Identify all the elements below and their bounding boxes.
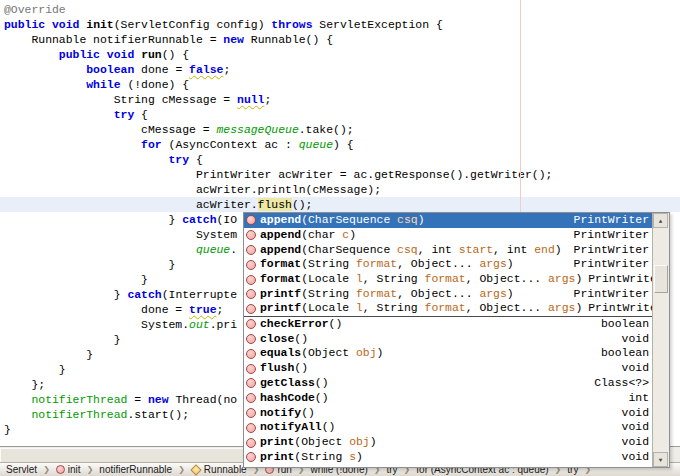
- return-type: PrintWriter: [582, 272, 653, 287]
- completion-item[interactable]: printf(String format, Object... args)Pri…: [244, 287, 653, 302]
- completion-item[interactable]: format(Locale l, String format, Object..…: [244, 272, 653, 287]
- breadcrumb-item[interactable]: notifierRunnable: [96, 464, 175, 475]
- breadcrumb-item[interactable]: Servlet: [3, 464, 40, 475]
- completion-label: printf(Locale l, String format, Object..…: [260, 301, 582, 316]
- return-type: PrintWriter: [568, 213, 649, 228]
- completion-item[interactable]: equals(Object obj)boolean: [244, 346, 653, 361]
- code-token: }: [4, 333, 121, 346]
- completion-item[interactable]: print(Object obj)void: [244, 435, 653, 450]
- code-line[interactable]: acWriter.println(cMessage);: [0, 182, 680, 197]
- code-token: [100, 48, 107, 61]
- code-token: (!done) {: [121, 78, 190, 91]
- code-token: for: [141, 138, 162, 151]
- code-token: boolean: [86, 63, 134, 76]
- code-line[interactable]: public void run() {: [0, 47, 680, 62]
- code-token: @Override: [4, 3, 66, 16]
- method-icon: [246, 408, 256, 418]
- completion-item[interactable]: hashCode()int: [244, 391, 653, 406]
- return-type: void: [616, 435, 649, 450]
- completion-item[interactable]: append(CharSequence csq)PrintWriter: [244, 213, 653, 228]
- code-token: .: [230, 243, 237, 256]
- code-line[interactable]: String cMessage = null;: [0, 92, 680, 107]
- completion-item[interactable]: getClass()Class<?>: [244, 376, 653, 391]
- code-line[interactable]: PrintWriter acWriter = ac.getResponse().…: [0, 167, 680, 182]
- scroll-up-icon[interactable]: ▲: [653, 213, 668, 228]
- code-token: }: [4, 363, 66, 376]
- method-icon: [246, 215, 256, 225]
- completion-label: print(String s): [260, 450, 363, 465]
- code-line[interactable]: Runnable notifierRunnable = new Runnable…: [0, 32, 680, 47]
- code-token: Runnable notifierRunnable =: [4, 33, 223, 46]
- code-token: [45, 18, 52, 31]
- code-token: (IO: [217, 213, 238, 226]
- completion-label: checkError(): [260, 317, 342, 332]
- completion-label: notify(): [260, 406, 315, 421]
- completion-item[interactable]: notifyAll()void: [244, 420, 653, 435]
- scroll-down-icon[interactable]: ▼: [653, 452, 668, 467]
- code-line[interactable]: public void init(ServletConfig config) t…: [0, 17, 680, 32]
- code-line[interactable]: acWriter.flush();: [0, 197, 680, 212]
- completion-item[interactable]: close()void: [244, 332, 653, 347]
- completion-item[interactable]: append(CharSequence csq, int start, int …: [244, 243, 653, 258]
- code-line[interactable]: boolean done = false;: [0, 62, 680, 77]
- completion-list: append(CharSequence csq)PrintWriterappen…: [244, 213, 653, 467]
- return-type: void: [616, 361, 649, 376]
- code-token: Thread(no: [169, 393, 238, 406]
- code-token: .pri: [210, 318, 237, 331]
- code-editor[interactable]: @Overridepublic void init(ServletConfig …: [0, 0, 680, 476]
- code-token: new: [148, 393, 169, 406]
- code-token: [4, 243, 196, 256]
- code-token: init: [86, 18, 113, 31]
- code-token: [4, 48, 59, 61]
- completion-scrollbar[interactable]: ▲ ▼: [652, 213, 669, 467]
- code-token: [4, 63, 86, 76]
- code-token: [4, 138, 141, 151]
- code-token: acWriter.println(cMessage);: [4, 183, 381, 196]
- code-token: {: [189, 153, 203, 166]
- completion-item[interactable]: append(char c)PrintWriter: [244, 228, 653, 243]
- breadcrumb-item[interactable]: Runnable: [188, 464, 250, 475]
- code-token: }: [4, 423, 11, 436]
- completion-item[interactable]: format(String format, Object... args)Pri…: [244, 257, 653, 272]
- code-token: while: [86, 78, 120, 91]
- code-token: [4, 408, 31, 421]
- code-token: out: [189, 318, 210, 331]
- code-token: false: [189, 63, 223, 76]
- code-line[interactable]: while (!done) {: [0, 77, 680, 92]
- code-token: acWriter.: [4, 198, 258, 211]
- code-line[interactable]: @Override: [0, 2, 680, 17]
- code-line[interactable]: cMessage = messageQueue.take();: [0, 122, 680, 137]
- code-token: void: [107, 48, 134, 61]
- completion-label: flush(): [260, 361, 308, 376]
- completion-scrollbar-thumb[interactable]: [654, 265, 668, 293]
- completion-item[interactable]: checkError()boolean: [244, 317, 653, 332]
- code-line[interactable]: try {: [0, 152, 680, 167]
- code-token: }: [4, 258, 175, 271]
- completion-label: append(CharSequence csq, int start, int …: [260, 243, 562, 258]
- breadcrumb-label: notifierRunnable: [99, 464, 172, 475]
- code-token: [4, 78, 86, 91]
- method-icon: [246, 275, 256, 285]
- return-type: Class<?>: [588, 376, 649, 391]
- code-token: {: [134, 108, 148, 121]
- code-token: Runnable() {: [244, 33, 333, 46]
- completion-item[interactable]: flush()void: [244, 361, 653, 376]
- code-token: .start();: [127, 408, 189, 421]
- code-token: catch: [182, 213, 216, 226]
- code-token: done =: [4, 303, 189, 316]
- method-icon: [246, 349, 256, 359]
- code-line[interactable]: for (AsyncContext ac : queue) {: [0, 137, 680, 152]
- completion-item[interactable]: notify()void: [244, 406, 653, 421]
- code-line[interactable]: try {: [0, 107, 680, 122]
- method-icon: [246, 245, 256, 255]
- completion-label: append(CharSequence csq): [260, 213, 425, 228]
- method-icon: [246, 260, 256, 270]
- return-type: PrintWriter: [568, 228, 649, 243]
- code-token: public: [59, 48, 100, 61]
- completion-item[interactable]: printf(Locale l, String format, Object..…: [244, 302, 653, 317]
- breadcrumb-label: Runnable: [204, 464, 247, 475]
- completion-item[interactable]: print(String s)void: [244, 450, 653, 465]
- breadcrumb-item[interactable]: init: [53, 464, 84, 475]
- code-token: }: [4, 288, 127, 301]
- code-token: [4, 393, 31, 406]
